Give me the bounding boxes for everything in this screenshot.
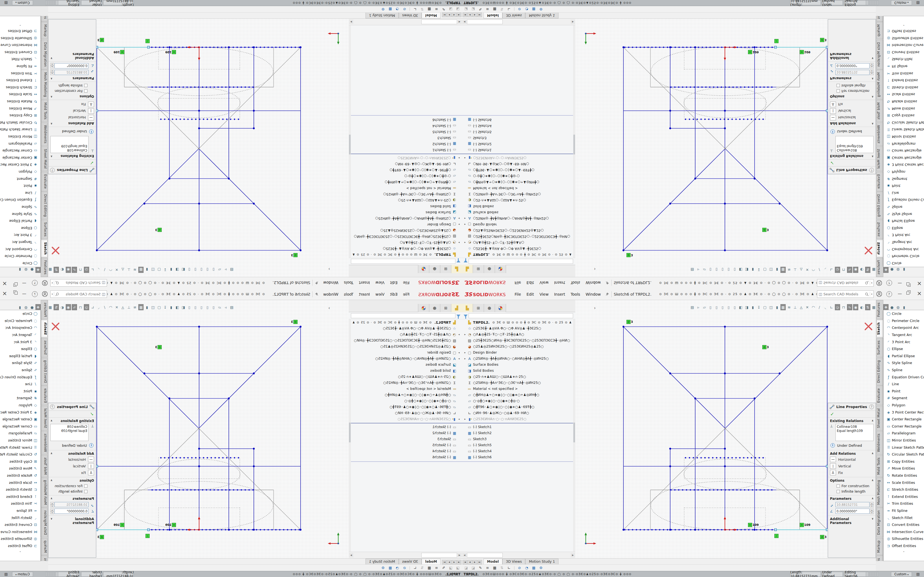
search-icon[interactable] [55,281,59,285]
tree-item[interactable]: ▱ ○╋ИН◎♟÷○∗◉∣○◦○∣◉∗○÷♟◎ИН╋○ [462,392,573,398]
tools-menu-item[interactable]: ◟ Sketch Fillet [884,56,924,63]
heads-up-icon[interactable]: ▮ [774,304,780,310]
tab-dimxpertmanager[interactable]: ⊕ [484,304,495,312]
relation-entry[interactable]: Equal length109 [837,144,872,148]
bottom-toolbar-icon[interactable]: ⇅ [499,565,505,571]
heads-up-icon[interactable]: ∟ [829,304,834,310]
checkbox[interactable] [837,484,840,488]
bottom-toolbar-icon[interactable]: ▦ [492,565,498,571]
relation-tag[interactable]: ⊘ 3 [820,535,827,539]
tools-menu-item[interactable]: ✂ Trim Entities [884,500,924,507]
rollback-bar[interactable] [462,461,573,462]
tab-nav-icon[interactable]: ▶| [442,560,447,564]
tree-item[interactable]: ▱ ○╋Ŧ96◦♟○∗◉∣○◦○∣◉∗○♟◦69Ŧ╋○ [462,404,573,410]
tab-nav-icon[interactable]: ▶| [477,13,482,17]
bottom-toolbar-icon[interactable]: ⚙ [538,6,544,12]
heads-up-icon[interactable]: ◫ [150,267,156,273]
tree-sketch-item[interactable]: ▭ (-) Sketch4 [351,123,462,129]
bottom-toolbar-icon[interactable]: ◔ [523,565,530,571]
tree-sketch-item[interactable]: ▭ Sketch3 [351,436,462,442]
bottom-toolbar-icon[interactable]: ▦ [492,6,498,12]
model-tab[interactable]: 3D Views [502,13,525,18]
bottom-toolbar-icon[interactable]: ⊘ [402,6,407,12]
bottom-toolbar-icon[interactable]: ▦ [387,6,393,12]
menu-more-chevron-icon[interactable]: ⌄ [0,23,40,28]
expand-arrow-icon[interactable]: ▸ [457,351,461,354]
scroll-thumb[interactable] [467,19,503,24]
heads-up-icon[interactable]: ▱ [217,267,222,273]
tree-item[interactable]: ▱ ○╋ИН◎♟÷○∗◉∣○◦○∣◉∗○÷♟◎ИН╋○ [462,179,573,185]
relations-listbox[interactable]: Collinear108 Equal length109 [50,136,89,153]
tools-menu-item[interactable]: ↻ Circular Sketch Pattern [884,119,924,126]
commandmanager-tab[interactable]: Surfaces [41,338,48,357]
checkbox[interactable] [837,90,840,93]
model-tab[interactable]: Model [422,13,441,18]
expand-arrow-icon[interactable]: ▸ [463,417,467,421]
tools-menu-item[interactable]: ◠ Centerpoint Arc [884,324,924,331]
angle-field[interactable]: 0.00000000° [55,509,89,514]
tools-menu-item[interactable]: ⋈ Intersection Curve [0,528,40,535]
heads-up-icon[interactable]: ▮ [144,267,150,273]
menu-item[interactable]: Edit [524,280,537,286]
option-checkbox-row[interactable]: Infinite length [837,489,874,493]
tree-item[interactable]: ▸ A ○25ИН◎◦╋А╋◎ИНА○◦○АНИ◎╋А╋◦◎ИН25○ [351,215,462,221]
tools-menu-item[interactable]: # Segment [0,395,40,402]
expand-arrow-icon[interactable]: ▸ [463,351,467,354]
tree-sketch-item[interactable]: ▭ (-) Sketch1 [351,424,462,430]
tools-menu-item[interactable]: ▣ Center Rectangle [884,155,924,161]
search-icon[interactable] [865,281,869,285]
add-relation-button[interactable]: ∣ Vertical [50,108,94,114]
model-tab[interactable]: Model [483,13,502,18]
tools-menu-item[interactable]: ◎ Silhouette Entities [0,35,40,42]
tools-menu-item[interactable]: ◈ 3 Point Center Rectangle [884,161,924,168]
collapse-icon[interactable]: ∧ [50,419,53,423]
tab-dimxpertmanager[interactable]: ⊕ [429,265,440,273]
status-tag-icon[interactable]: ▤ [5,1,8,5]
menu-item[interactable]: File [512,291,523,298]
expand-arrow-icon[interactable]: ▸ [457,217,461,220]
tools-menu-item[interactable]: # Segment [0,175,40,182]
menu-item[interactable]: Window [320,280,341,286]
model-tab[interactable]: 3D Views [502,559,525,564]
heads-up-icon[interactable]: ▤ [690,304,695,310]
close-sketch-icon[interactable] [52,323,59,330]
heads-up-icon[interactable]: ≋ [787,304,792,310]
commandmanager-tab[interactable]: Mesh Modeling [41,70,48,100]
account-button[interactable] [876,280,882,286]
heads-up-icon[interactable]: ◠ [811,304,816,310]
heads-up-icon[interactable]: ◨ [744,267,750,273]
tools-menu-item[interactable]: ⊞ Copy Entities [0,112,40,119]
scroll-right-icon[interactable]: ▶ [570,19,575,24]
tab-featuremanager-tree[interactable]: ▙ [451,304,462,312]
heads-up-icon[interactable]: ◶ [84,304,89,310]
tools-menu-item[interactable]: ◜ 3 Point Arc [884,232,924,239]
heads-up-icon[interactable]: ◧ [181,304,186,310]
tree-filter-input[interactable] [351,313,456,318]
tools-menu-item[interactable]: ∿ Style Spline [0,359,40,366]
heads-up-icon[interactable]: ▮ [774,267,780,273]
tab-displaymanager[interactable] [495,265,506,273]
tools-menu-item[interactable]: ◫ Mirror Entities [0,133,40,140]
relation-tag[interactable]: ⊘ 3 [291,320,297,324]
heads-up-icon[interactable]: ⊥ [126,267,131,273]
tools-menu-item[interactable]: ↻ Rotate Entities [884,98,924,105]
panel-help-icon[interactable]: ? [869,168,874,172]
tree-item[interactable]: ◕ ○25♟◎25ИН3Є25○◦○253ЄИН25◎♟25○ [462,227,573,234]
search-input[interactable] [60,281,101,285]
heads-up-icon[interactable]: ⇅ [53,304,59,310]
heads-up-icon[interactable]: ◫ [768,267,774,273]
bottom-toolbar-icon[interactable]: ⇅ [419,565,425,571]
heads-up-icon[interactable]: ∕ [817,304,822,310]
tools-menu-item[interactable]: ↻ Circular Sketch Pattern [0,119,40,126]
tools-menu-item[interactable]: ◎ Silhouette Entities [0,535,40,542]
add-relation-button[interactable]: — Horizontal [830,115,874,120]
tools-menu-item[interactable]: ◠ Centerpoint Arc [884,246,924,253]
tools-menu-item[interactable]: ◖ Partial Ellipse [0,353,40,359]
model-tab[interactable]: Motion Study 1 [525,13,558,18]
tree-sketch-item[interactable]: ▭ (-) Sketch1 [462,424,573,430]
heads-up-icon[interactable]: ∕ [102,304,107,310]
tree-item[interactable]: ▱ ○·◎╋○∗◉∣○◦○∣◉∗○╋◎·○ [462,173,573,179]
heads-up-icon[interactable]: ▯ [714,304,719,310]
tree-sketch-item[interactable]: ▦ (-) Sketch2 [351,141,462,147]
tree-item[interactable]: ◑ ○25·∩∗♟АШ○◦○ША♟∗∩·25○ [462,374,573,380]
